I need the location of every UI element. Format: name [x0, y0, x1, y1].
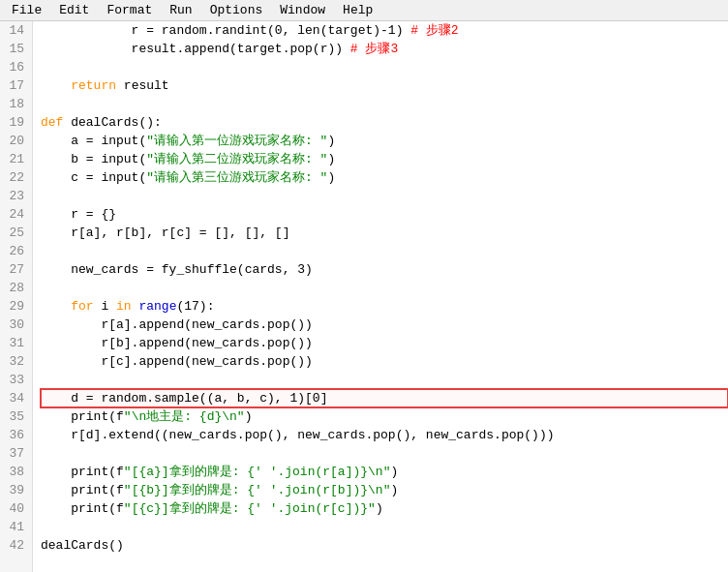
line-number: 38: [4, 463, 24, 481]
code-token: new_cards = fy_shuffle(cards, 3): [41, 260, 313, 279]
line-number: 21: [4, 150, 24, 168]
code-line: r[d].extend((new_cards.pop(), new_cards.…: [41, 426, 728, 444]
code-token: ): [327, 150, 335, 168]
code-token: result.append(target.pop(r)): [41, 40, 350, 58]
code-token: dealCards():: [63, 113, 161, 132]
code-token: [132, 297, 139, 316]
line-number: 24: [4, 205, 24, 224]
code-line: r = {}: [41, 205, 728, 224]
line-number: 27: [4, 260, 24, 279]
code-token: dealCards(): [41, 536, 124, 555]
code-token: return: [71, 76, 116, 95]
code-line: [41, 444, 728, 463]
code-token: # 步骤2: [410, 21, 458, 40]
code-line: def dealCards():: [41, 113, 728, 132]
code-line: for i in range(17):: [41, 297, 728, 316]
line-number: 30: [4, 316, 24, 334]
code-token: # 步骤3: [350, 40, 398, 58]
code-token: ): [327, 132, 335, 150]
code-line: print(f"\n地主是: {d}\n"): [41, 407, 728, 426]
line-number: 16: [4, 58, 24, 76]
line-numbers: 1415161718192021222324252627282930313233…: [0, 21, 33, 572]
code-line: result.append(target.pop(r)) # 步骤3: [41, 40, 728, 58]
code-token: ): [327, 168, 335, 187]
code-token: r = random.randint(0, len(target)-1): [41, 21, 410, 40]
line-number: 40: [4, 499, 24, 518]
code-line: [41, 187, 728, 205]
code-line: a = input("请输入第一位游戏玩家名称: "): [41, 132, 728, 150]
code-token: "请输入第三位游戏玩家名称: ": [146, 168, 327, 187]
menu-item-help[interactable]: Help: [335, 1, 380, 19]
code-line: r[a], r[b], r[c] = [], [], []: [41, 224, 728, 242]
line-number: 35: [4, 407, 24, 426]
code-token: [41, 76, 71, 95]
menu-item-format[interactable]: Format: [99, 1, 160, 19]
code-token: r[c].append(new_cards.pop()): [41, 352, 313, 371]
line-number: 33: [4, 371, 24, 389]
code-token: "[{b}]拿到的牌是: {' '.join(r[b])}\n": [124, 481, 391, 499]
line-number: 18: [4, 95, 24, 113]
code-line: [41, 95, 728, 113]
code-token: d = random.sample((a, b, c), 1)[0]: [41, 389, 327, 407]
line-number: 15: [4, 40, 24, 58]
code-token: print(f: [41, 463, 124, 481]
line-number: 28: [4, 279, 24, 297]
line-number: 36: [4, 426, 24, 444]
menu-item-options[interactable]: Options: [202, 1, 271, 19]
code-token: def: [41, 113, 63, 132]
line-number: 31: [4, 334, 24, 352]
line-number: 29: [4, 297, 24, 316]
line-number: 26: [4, 242, 24, 260]
code-line: d = random.sample((a, b, c), 1)[0]: [41, 389, 728, 407]
menu-item-run[interactable]: Run: [162, 1, 199, 19]
code-token: "\n地主是: {d}\n": [124, 407, 245, 426]
code-token: print(f: [41, 407, 124, 426]
code-token: r[a].append(new_cards.pop()): [41, 316, 313, 334]
line-number: 41: [4, 518, 24, 536]
line-number: 32: [4, 352, 24, 371]
code-token: b = input(: [41, 150, 146, 168]
code-token: ): [245, 407, 253, 426]
line-number: 19: [4, 113, 24, 132]
menu-item-window[interactable]: Window: [272, 1, 333, 19]
code-token: r[a], r[b], r[c] = [], [], []: [41, 224, 289, 242]
code-line: dealCards(): [41, 536, 728, 555]
code-token: print(f: [41, 499, 124, 518]
code-line: print(f"[{a}]拿到的牌是: {' '.join(r[a])}\n"): [41, 463, 728, 481]
line-number: 17: [4, 76, 24, 95]
code-line: r[b].append(new_cards.pop()): [41, 334, 728, 352]
code-line: b = input("请输入第二位游戏玩家名称: "): [41, 150, 728, 168]
code-line: [41, 242, 728, 260]
code-token: r = {}: [41, 205, 116, 224]
code-token: "请输入第二位游戏玩家名称: ": [146, 150, 327, 168]
menubar: FileEditFormatRunOptionsWindowHelp: [0, 0, 728, 21]
code-line: r = random.randint(0, len(target)-1) # 步…: [41, 21, 728, 40]
code-line: [41, 518, 728, 536]
code-container: 1415161718192021222324252627282930313233…: [0, 21, 728, 572]
code-token: range: [138, 297, 176, 316]
line-number: 22: [4, 168, 24, 187]
code-line: r[a].append(new_cards.pop()): [41, 316, 728, 334]
code-token: i: [94, 297, 116, 316]
code-line: r[c].append(new_cards.pop()): [41, 352, 728, 371]
code-token: ): [390, 481, 398, 499]
menu-item-edit[interactable]: Edit: [51, 1, 97, 19]
code-token: "[{a}]拿到的牌是: {' '.join(r[a])}\n": [124, 463, 391, 481]
line-number: 20: [4, 132, 24, 150]
code-token: [41, 297, 71, 316]
code-token: "请输入第一位游戏玩家名称: ": [146, 132, 327, 150]
code-token: ): [376, 499, 383, 518]
code-line: print(f"[{b}]拿到的牌是: {' '.join(r[b])}\n"): [41, 481, 728, 499]
code-line: [41, 371, 728, 389]
code-token: result: [116, 76, 169, 95]
menu-item-file[interactable]: File: [4, 1, 49, 19]
code-token: r[b].append(new_cards.pop()): [41, 334, 313, 352]
code-token: "[{c}]拿到的牌是: {' '.join(r[c])}": [124, 499, 376, 518]
line-number: 25: [4, 224, 24, 242]
code-line: [41, 279, 728, 297]
code-line: [41, 58, 728, 76]
code-line: return result: [41, 76, 728, 95]
code-line: print(f"[{c}]拿到的牌是: {' '.join(r[c])}"): [41, 499, 728, 518]
code-token: r[d].extend((new_cards.pop(), new_cards.…: [41, 426, 555, 444]
code-token: (17):: [176, 297, 214, 316]
